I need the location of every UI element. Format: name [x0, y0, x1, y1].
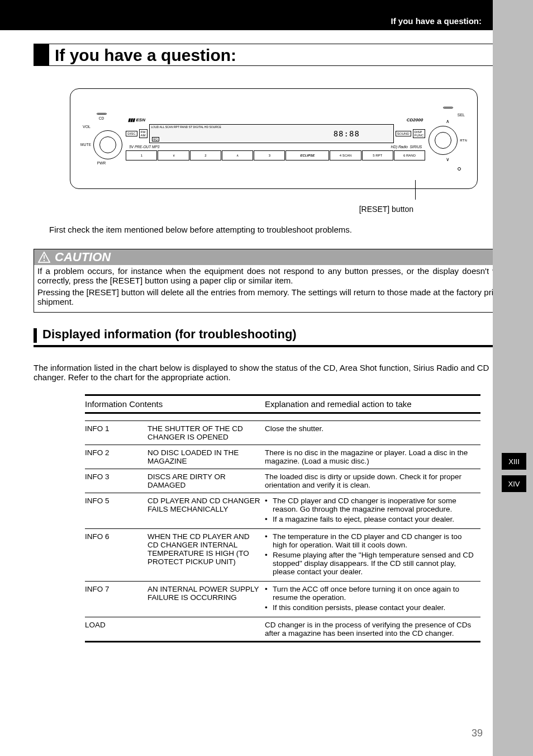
preset-3[interactable]: 3	[254, 150, 285, 160]
eclipse-logo: ECLIPSE	[285, 150, 329, 160]
sound-label: SOUND	[397, 132, 410, 135]
section-heading-row: Displayed information (for troubleshooti…	[34, 327, 514, 347]
pwr-label: PWR	[97, 161, 106, 165]
table-row: INFO 3DISCS ARE DIRTY OR DAMAGEDThe load…	[85, 469, 480, 493]
info-content: CD PLAYER AND CD CHANGER FAILS MECHANICA…	[147, 493, 265, 529]
reset-hole[interactable]	[458, 167, 461, 171]
section-intro: The information listed in the chart belo…	[34, 363, 514, 382]
list-item: The CD player and CD changer is inoperat…	[265, 497, 477, 513]
track-up[interactable]: ∧	[222, 150, 253, 160]
info-table: Information Contents Explanation and rem…	[85, 394, 480, 642]
info-code: INFO 2	[85, 445, 147, 469]
disp-func-button[interactable]: DISP FUNC	[413, 129, 426, 138]
nav-up-icon[interactable]: ∧	[446, 119, 450, 124]
page-title: If you have a question:	[49, 44, 514, 66]
list-item: If this condition persists, please conta…	[265, 603, 477, 612]
content-area: If you have a question: CD VOL MUTE PWR …	[34, 30, 514, 642]
header-bar: If you have a question:	[0, 0, 493, 30]
list-item: Resume playing after the "High temperatu…	[265, 551, 477, 576]
info-explanation: The CD player and CD changer is inoperat…	[265, 493, 480, 529]
preset-2[interactable]: 2	[190, 150, 221, 160]
right-knob[interactable]	[429, 126, 458, 155]
title-ornament	[34, 44, 49, 66]
preset-1[interactable]: 1	[126, 150, 157, 160]
info-explanation: CD changer is in the process of verifyin…	[265, 617, 480, 642]
mute-label: MUTE	[80, 143, 91, 147]
lcd-top-row: LOUD ALL SCAN RPT RAND ST DIGITAL HD SOU…	[151, 125, 221, 129]
caution-header: CAUTION	[34, 249, 513, 265]
info-explanation: There is no disc in the magazine or play…	[265, 445, 480, 469]
info-code: LOAD	[85, 617, 147, 642]
cd-label: CD	[99, 116, 104, 120]
warning-triangle-icon	[38, 252, 50, 263]
preset-4-scan[interactable]: 4 SCAN	[330, 150, 361, 160]
vol-label: VOL	[80, 125, 122, 129]
info-table-wrap: Information Contents Explanation and rem…	[85, 394, 480, 642]
table-header-left: Information Contents	[85, 395, 265, 413]
info-content	[147, 617, 265, 642]
page-number: 39	[472, 727, 483, 739]
caution-title: CAUTION	[55, 249, 111, 265]
info-content: AN INTERNAL POWER SUPPLY FAILURE IS OCCU…	[147, 582, 265, 617]
info-explanation: Close the shutter.	[265, 421, 480, 445]
list-item: If a magazine fails to eject, please con…	[265, 515, 477, 523]
gray-strip	[493, 0, 533, 756]
info-content: THE SHUTTER OF THE CD CHANGER IS OPENED	[147, 421, 265, 445]
table-row: INFO 6WHEN THE CD PLAYER AND CD CHANGER …	[85, 529, 480, 582]
reset-caption: [RESET] button	[34, 205, 413, 214]
page-title-row: If you have a question:	[34, 44, 514, 66]
table-row: INFO 2NO DISC LOADED IN THE MAGAZINETher…	[85, 445, 480, 469]
preout-label: 5V PRE-OUT MP3	[129, 145, 159, 149]
section-head-ornament	[34, 328, 37, 343]
sound-button[interactable]: SOUND	[396, 131, 411, 136]
rtn-label: RTN	[460, 139, 467, 142]
eject-slot-icon	[97, 113, 107, 115]
faceplate-right-column: SEL ∧ RTN ∨	[429, 107, 467, 171]
info-content: WHEN THE CD PLAYER AND CD CHANGER INTERN…	[147, 529, 265, 582]
fm-am-button[interactable]: FM AM	[139, 129, 147, 138]
table-row: INFO 7AN INTERNAL POWER SUPPLY FAILURE I…	[85, 582, 480, 617]
lcd-display: LOUD ALL SCAN RPT RAND ST DIGITAL HD SOU…	[149, 124, 394, 143]
disc-button[interactable]: DISC	[126, 131, 137, 136]
caution-body: If a problem occurs, for instance when t…	[34, 265, 513, 312]
side-tabs: XIII XIV	[502, 453, 526, 492]
side-tab-13[interactable]: XIII	[502, 453, 526, 470]
info-code: INFO 1	[85, 421, 147, 445]
reset-pointer-line	[415, 180, 416, 200]
hd-label: HD) Radio	[391, 145, 408, 149]
info-explanation: The temperature in the CD player and CD …	[265, 529, 480, 582]
svg-point-1	[44, 260, 45, 261]
model-label: CD2000	[407, 117, 423, 122]
caution-p1: If a problem occurs, for instance when t…	[37, 266, 510, 285]
info-content: NO DISC LOADED IN THE MAGAZINE	[147, 445, 265, 469]
side-tab-14[interactable]: XIV	[502, 475, 526, 492]
lcd-digits: 88:88	[334, 129, 360, 138]
info-code: INFO 3	[85, 469, 147, 493]
info-explanation: Turn the ACC off once before turning it …	[265, 582, 480, 617]
intro-text: First check the item mentioned below bef…	[49, 225, 514, 234]
caution-box: CAUTION If a problem occurs, for instanc…	[34, 249, 514, 313]
disc-label: DISC	[127, 132, 135, 135]
table-row: INFO 1THE SHUTTER OF THE CD CHANGER IS O…	[85, 421, 480, 445]
info-content: DISCS ARE DIRTY OR DAMAGED	[147, 469, 265, 493]
am-label: AM	[141, 134, 146, 137]
info-code: INFO 6	[85, 529, 147, 582]
info-code: INFO 5	[85, 493, 147, 529]
left-knob[interactable]	[93, 130, 122, 159]
preset-6-rand[interactable]: 6 RAND	[394, 150, 425, 160]
nav-down-icon[interactable]: ∨	[446, 157, 450, 162]
eject-slot-right-icon	[443, 107, 453, 108]
caution-p2: Pressing the [RESET] button will delete …	[37, 287, 510, 306]
func-label: FUNC	[415, 134, 424, 137]
info-code: INFO 7	[85, 582, 147, 617]
table-header-right: Explanation and remedial action to take	[265, 395, 480, 413]
sirius-label: SIRIUS	[410, 145, 422, 149]
sel-label: SEL	[429, 113, 467, 117]
preset-5-rpt[interactable]: 5 RPT	[362, 150, 393, 160]
track-down[interactable]: ∨	[158, 150, 189, 160]
section-heading: Displayed information (for troubleshooti…	[42, 327, 297, 343]
eq-label: EQ	[152, 137, 159, 141]
table-row: INFO 5CD PLAYER AND CD CHANGER FAILS MEC…	[85, 493, 480, 529]
device-faceplate: CD VOL MUTE PWR ▮▮▮ ESN CD2000 DISC	[70, 88, 478, 189]
list-item: The temperature in the CD player and CD …	[265, 532, 477, 549]
